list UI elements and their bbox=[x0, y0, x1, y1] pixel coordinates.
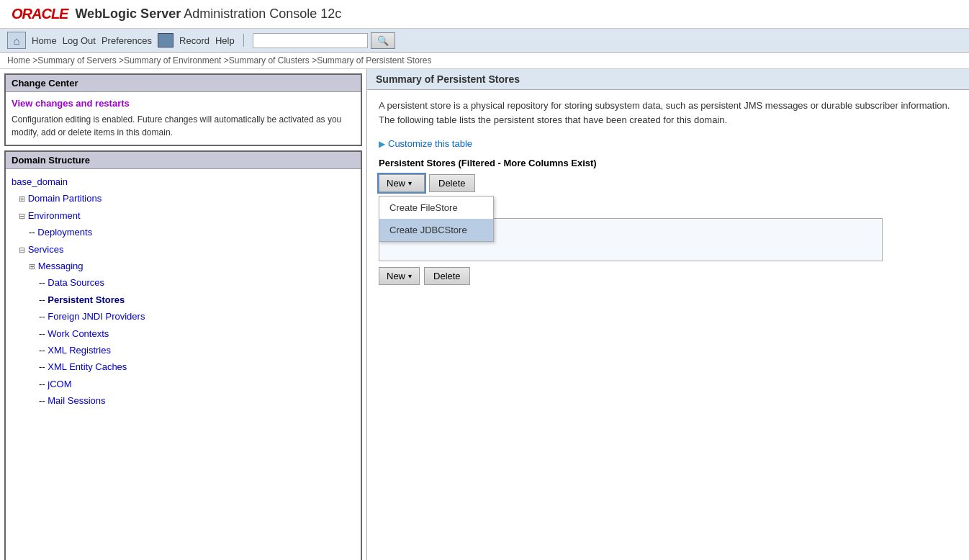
nav-help[interactable]: Help bbox=[215, 35, 235, 46]
delete-button-top[interactable]: Delete bbox=[429, 174, 475, 192]
chevron-down-icon: ▾ bbox=[408, 179, 412, 187]
tree-item[interactable]: -- Deployments bbox=[12, 224, 355, 240]
main-layout: Change Center View changes and restarts … bbox=[0, 69, 969, 560]
search-area: 🔍 bbox=[253, 32, 395, 49]
tree-item[interactable]: -- Data Sources bbox=[12, 274, 355, 291]
tree-item[interactable]: -- jCOM bbox=[12, 376, 355, 392]
tree-item[interactable]: -- XML Entity Caches bbox=[12, 358, 355, 375]
summary-desc: A persistent store is a physical reposit… bbox=[379, 99, 957, 127]
change-center-body: View changes and restarts Configuration … bbox=[6, 92, 361, 145]
change-center-title: Change Center bbox=[6, 75, 361, 92]
nav-image-icon bbox=[158, 33, 173, 48]
delete-button-bottom[interactable]: Delete bbox=[424, 267, 470, 285]
breadcrumb: Home >Summary of Servers >Summary of Env… bbox=[0, 53, 969, 69]
new-button-top-label: New bbox=[387, 178, 405, 189]
tree-item[interactable]: ⊟ Environment bbox=[12, 207, 355, 224]
tree-item[interactable]: -- Work Contexts bbox=[12, 325, 355, 342]
change-center: Change Center View changes and restarts … bbox=[4, 73, 362, 146]
header: ORACLE WebLogic Server Administration Co… bbox=[0, 0, 969, 29]
chevron-down-icon-bottom: ▾ bbox=[408, 272, 412, 280]
top-button-row: New ▾ Delete Create FileStore Create JDB… bbox=[379, 174, 957, 192]
table-section-title: Persistent Stores (Filtered - More Colum… bbox=[379, 158, 957, 168]
play-icon: ▶ bbox=[379, 139, 385, 149]
summary-body: A persistent store is a physical reposit… bbox=[367, 90, 969, 294]
change-center-desc: Configuration editing is enabled. Future… bbox=[12, 113, 355, 139]
domain-structure: Domain Structure base_domain ⊞ Domain Pa… bbox=[4, 150, 362, 560]
tree-item[interactable]: ⊞ Messaging bbox=[12, 258, 355, 274]
tree-item[interactable]: -- Foreign JNDI Providers bbox=[12, 308, 355, 325]
dropdown-item-jdbcstore[interactable]: Create JDBCStore bbox=[379, 219, 493, 241]
tree-item[interactable]: ⊟ Services bbox=[12, 241, 355, 258]
header-title: WebLogic Server Administration Console 1… bbox=[75, 6, 341, 22]
nav-preferences[interactable]: Preferences bbox=[102, 35, 152, 46]
right-panel: Summary of Persistent Stores A persisten… bbox=[367, 69, 969, 560]
search-button[interactable]: 🔍 bbox=[371, 32, 395, 49]
tree-item[interactable]: ⊞ Domain Partitions bbox=[12, 190, 355, 207]
summary-header: Summary of Persistent Stores bbox=[367, 69, 969, 90]
left-panel: Change Center View changes and restarts … bbox=[0, 69, 367, 560]
nav-home[interactable]: Home bbox=[32, 35, 57, 46]
customize-label[interactable]: Customize this table bbox=[388, 138, 472, 149]
topnav-separator bbox=[243, 34, 244, 47]
new-button-top[interactable]: New ▾ bbox=[379, 174, 425, 192]
nav-logout[interactable]: Log Out bbox=[63, 35, 96, 46]
tree-item-persistent-stores[interactable]: -- Persistent Stores bbox=[12, 292, 355, 308]
tree-item[interactable]: -- XML Registries bbox=[12, 342, 355, 358]
new-button-bottom[interactable]: New ▾ bbox=[379, 267, 420, 285]
bottom-button-row: New ▾ Delete bbox=[379, 267, 957, 285]
dropdown-item-filestore[interactable]: Create FileStore bbox=[379, 197, 493, 219]
new-button-bottom-label: New bbox=[387, 271, 405, 281]
topnav: ⌂ Home Log Out Preferences Record Help 🔍 bbox=[0, 29, 969, 53]
search-input[interactable] bbox=[253, 33, 368, 48]
summary-title: Summary of Persistent Stores bbox=[376, 73, 960, 85]
home-icon[interactable]: ⌂ bbox=[7, 32, 26, 49]
customize-link[interactable]: ▶ Customize this table bbox=[379, 138, 957, 149]
oracle-logo: ORACLE bbox=[12, 6, 68, 22]
domain-structure-body: base_domain ⊞ Domain Partitions ⊟ Enviro… bbox=[6, 169, 361, 560]
domain-structure-title: Domain Structure bbox=[6, 152, 361, 169]
tree-item[interactable]: base_domain bbox=[12, 173, 355, 190]
nav-record[interactable]: Record bbox=[179, 35, 209, 46]
view-changes-link[interactable]: View changes and restarts bbox=[12, 98, 355, 109]
dropdown-menu: Create FileStore Create JDBCStore bbox=[379, 196, 494, 242]
tree-item[interactable]: -- Mail Sessions bbox=[12, 392, 355, 409]
